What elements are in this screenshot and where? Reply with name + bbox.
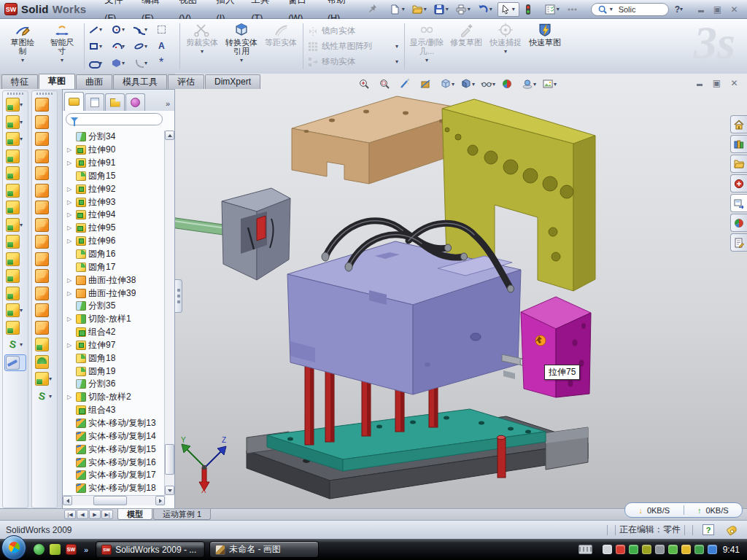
swept-surface-icon[interactable] bbox=[34, 131, 55, 147]
pin-icon[interactable] bbox=[366, 3, 387, 16]
expand-arrow-icon[interactable] bbox=[67, 199, 74, 206]
view-palette-tab[interactable] bbox=[730, 194, 747, 212]
sync-tray-icon[interactable] bbox=[708, 545, 717, 554]
tree-vertical-scrollbar[interactable] bbox=[164, 131, 174, 495]
convert-entities-button[interactable]: 转换实体引用 bbox=[222, 20, 261, 72]
tags-icon[interactable] bbox=[726, 524, 738, 536]
display-delete-relations-button[interactable]: 显示/删除几... bbox=[407, 20, 446, 72]
tree-item[interactable]: 实体-移动/复制16 bbox=[67, 456, 166, 469]
spiral-icon[interactable] bbox=[34, 389, 55, 404]
planar-surface-icon[interactable] bbox=[34, 200, 55, 215]
tree-item[interactable]: 拉伸90 bbox=[67, 144, 166, 157]
save-icon[interactable] bbox=[432, 3, 452, 16]
expand-arrow-icon[interactable] bbox=[67, 277, 74, 284]
tab-nav-button[interactable]: ▶ bbox=[89, 510, 101, 519]
extruded-surface-icon[interactable] bbox=[34, 97, 55, 112]
tree-item[interactable]: 实体-移动/复制14 bbox=[67, 429, 166, 443]
selection-box-icon[interactable] bbox=[155, 21, 177, 38]
open-icon[interactable] bbox=[410, 3, 430, 16]
search-scope-dropdown[interactable] bbox=[610, 6, 615, 12]
apply-scene-icon[interactable] bbox=[521, 77, 539, 90]
smart-dimension-button[interactable]: 智能尺寸 bbox=[42, 20, 82, 72]
firewall-tray-icon[interactable] bbox=[629, 545, 638, 554]
help-button[interactable]: ? bbox=[675, 4, 685, 15]
tabs-overflow-button[interactable]: » bbox=[166, 99, 173, 111]
line-icon[interactable] bbox=[87, 21, 109, 38]
tree-item[interactable]: 分割35 bbox=[67, 300, 166, 313]
spline-icon[interactable] bbox=[132, 21, 155, 38]
quick-snaps-button[interactable]: 快速捕捉 bbox=[486, 20, 525, 72]
tree-item[interactable]: 拉伸96 bbox=[67, 235, 166, 248]
expand-arrow-icon[interactable] bbox=[67, 394, 74, 400]
options-list-icon[interactable] bbox=[543, 3, 563, 16]
tree-item[interactable]: 圆角15 bbox=[67, 170, 166, 183]
scroll-right-button[interactable] bbox=[155, 496, 165, 505]
revolved-surface-icon[interactable] bbox=[34, 114, 55, 130]
circle-icon[interactable] bbox=[109, 21, 132, 38]
print-icon[interactable] bbox=[454, 3, 474, 16]
command-tab[interactable]: DimXpert bbox=[205, 74, 260, 89]
expand-arrow-icon[interactable] bbox=[67, 147, 74, 153]
configurationmanager-tab[interactable] bbox=[105, 93, 125, 111]
filled-surface-icon[interactable] bbox=[34, 183, 55, 198]
close-button[interactable] bbox=[729, 4, 740, 14]
ime-keyboard-icon[interactable] bbox=[603, 545, 612, 554]
select-arrow-icon[interactable] bbox=[498, 2, 519, 17]
lofted-boss-icon[interactable] bbox=[5, 166, 26, 181]
extrude-cut-icon[interactable] bbox=[5, 114, 26, 130]
boundary-surface-icon[interactable] bbox=[34, 166, 55, 181]
tree-item[interactable]: 拉伸92 bbox=[67, 182, 166, 195]
repair-sketch-button[interactable]: 修复草图 bbox=[446, 20, 486, 72]
volume-tray-icon[interactable] bbox=[655, 545, 665, 554]
tree-item[interactable]: 切除-放样1 bbox=[67, 313, 166, 326]
scrollbar-thumb[interactable] bbox=[165, 444, 174, 475]
tree-filter-box[interactable] bbox=[66, 113, 163, 125]
expand-arrow-icon[interactable] bbox=[67, 316, 74, 322]
slot-icon[interactable] bbox=[87, 55, 109, 71]
taskbar-solidworks-button[interactable]: SW SolidWorks 2009 - ... bbox=[96, 541, 205, 558]
tree-item[interactable]: 拉伸91 bbox=[67, 157, 166, 170]
quick-tips-help-icon[interactable]: ? bbox=[703, 524, 714, 535]
mirror-entities-button[interactable]: 镜向实体 bbox=[306, 24, 402, 39]
expand-arrow-icon[interactable] bbox=[67, 211, 74, 218]
curve-icon[interactable] bbox=[5, 337, 26, 352]
scrollbar-thumb[interactable] bbox=[93, 496, 127, 505]
tree-item[interactable]: 圆角16 bbox=[67, 248, 166, 261]
point-ref-icon[interactable] bbox=[34, 371, 55, 386]
certificate-tray-icon[interactable] bbox=[642, 545, 651, 554]
featuremanager-tab[interactable] bbox=[64, 92, 84, 111]
point-icon[interactable] bbox=[155, 55, 177, 71]
panel-splitter-handle[interactable] bbox=[175, 279, 182, 313]
minimize-button[interactable] bbox=[695, 4, 706, 14]
tree-item[interactable]: 分割36 bbox=[67, 378, 166, 391]
hide-show-items-icon[interactable] bbox=[480, 77, 498, 90]
antivirus-quick-icon[interactable] bbox=[50, 544, 61, 555]
scroll-up-button[interactable] bbox=[165, 131, 174, 140]
expand-arrow-icon[interactable] bbox=[67, 238, 74, 244]
sketch-button[interactable]: 草图绘制 bbox=[3, 20, 42, 72]
expand-arrow-icon[interactable] bbox=[67, 225, 74, 231]
solidworks-quick-icon[interactable]: SW bbox=[66, 544, 77, 555]
rebuild-traffic-light-icon[interactable] bbox=[521, 3, 541, 16]
command-tab[interactable]: 特征 bbox=[1, 74, 38, 89]
linear-pattern-icon[interactable] bbox=[5, 217, 26, 233]
dimxpertmanager-tab[interactable] bbox=[125, 93, 145, 111]
tree-item[interactable]: 拉伸97 bbox=[67, 339, 166, 352]
trim-surface-icon[interactable] bbox=[34, 320, 55, 335]
tree-item[interactable]: 实体-移动/复制15 bbox=[67, 443, 166, 456]
zoom-area-icon[interactable] bbox=[378, 77, 396, 90]
linear-sketch-pattern-button[interactable]: 线性草图阵列 bbox=[306, 39, 402, 54]
search-input[interactable] bbox=[617, 4, 662, 15]
rectangle-icon[interactable] bbox=[87, 38, 109, 55]
tab-nav-button[interactable]: ◀ bbox=[77, 510, 88, 519]
restore-button[interactable] bbox=[712, 4, 723, 14]
trim-entities-button[interactable]: 剪裁实体 bbox=[182, 20, 222, 72]
expand-arrow-icon[interactable] bbox=[67, 342, 74, 349]
rapid-sketch-button[interactable]: 快速草图 bbox=[525, 20, 565, 72]
insert-part-icon[interactable] bbox=[5, 303, 26, 318]
split-body-icon[interactable] bbox=[5, 268, 26, 284]
tree-item[interactable]: 组合43 bbox=[67, 404, 166, 417]
command-tab[interactable]: 草图 bbox=[39, 74, 75, 89]
command-tab[interactable]: 曲面 bbox=[76, 74, 112, 89]
offset-surface-icon[interactable] bbox=[34, 217, 55, 233]
